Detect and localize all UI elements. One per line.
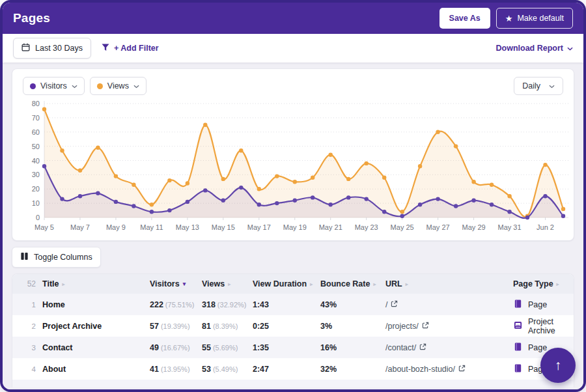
views-point [132, 183, 135, 187]
legend-visitors-button[interactable]: Visitors [23, 77, 85, 95]
views-point [365, 161, 369, 165]
download-report-button[interactable]: Download Report [496, 44, 573, 53]
visitors-point [96, 191, 100, 195]
url-text: / [385, 300, 387, 309]
views-dot-icon [97, 83, 103, 89]
x-axis-label: May 13 [176, 223, 199, 231]
x-axis-label: May 11 [140, 223, 163, 231]
views-point [239, 148, 243, 152]
visitors-point [561, 214, 565, 218]
add-filter-button[interactable]: + Add Filter [102, 44, 159, 53]
views-point [311, 176, 314, 180]
visitors-point [239, 186, 243, 189]
visitors-point [311, 195, 314, 199]
url-cell[interactable]: / [385, 300, 513, 309]
views-point [471, 180, 475, 184]
table-toolbar: Toggle Columns [12, 247, 574, 268]
external-link-icon[interactable] [419, 343, 426, 352]
view-duration-cell: 2:47 [253, 365, 320, 374]
toggle-columns-button[interactable]: Toggle Columns [12, 247, 101, 268]
interval-select[interactable]: Daily [514, 77, 563, 95]
url-cell[interactable]: /contact/ [385, 343, 513, 352]
visitors-point [365, 197, 369, 201]
x-axis-label: May 23 [355, 223, 378, 231]
main-content: Visitors Views Daily 01020304050607080Ma… [3, 63, 583, 389]
download-report-label: Download Report [496, 44, 563, 53]
url-cell[interactable]: /about-bozh-studio/ [385, 365, 513, 374]
page-header: Pages Save As ★ Make default [3, 3, 583, 34]
app-window: Pages Save As ★ Make default Last 30 Day… [0, 0, 586, 392]
add-filter-label: + Add Filter [114, 44, 159, 53]
views-point [257, 187, 261, 191]
visitors-cell: 49(16.67%) [150, 343, 202, 352]
views-point [60, 148, 64, 152]
make-default-button[interactable]: ★ Make default [496, 8, 573, 29]
url-text: /contact/ [385, 343, 416, 352]
views-cell: 55(5.69%) [202, 343, 253, 352]
views-point [346, 177, 350, 181]
sort-desc-icon: ▾ [183, 281, 186, 287]
star-icon: ★ [505, 14, 513, 23]
chevron-down-icon [567, 44, 573, 53]
chevron-down-icon [133, 81, 139, 91]
toggle-columns-label: Toggle Columns [34, 253, 92, 262]
column-header-url[interactable]: URL▸ [385, 279, 513, 288]
url-text: /projects/ [385, 322, 419, 331]
views-point [275, 174, 279, 178]
column-header-title[interactable]: Title▸ [36, 279, 150, 288]
page-title-cell: Project Archive [36, 322, 150, 331]
column-header-visitors[interactable]: Visitors▾ [150, 279, 202, 288]
y-axis-label: 60 [32, 128, 40, 136]
visitors-views-line-chart: 01020304050607080May 5May 7May 9May 11Ma… [23, 98, 570, 236]
external-link-icon[interactable] [391, 300, 398, 309]
bounce-rate-cell: 43% [320, 300, 385, 309]
visitors-point [203, 188, 207, 192]
external-link-icon[interactable] [422, 322, 429, 331]
x-axis-label: May 21 [319, 223, 342, 231]
column-header-views[interactable]: Views▸ [202, 279, 253, 288]
views-point [42, 107, 46, 111]
chevron-down-icon [549, 81, 555, 91]
visitors-point [78, 194, 82, 198]
url-cell[interactable]: /projects/ [385, 322, 513, 331]
visitors-dot-icon [30, 83, 36, 89]
save-as-button[interactable]: Save As [440, 8, 490, 29]
visitors-cell: 41(13.95%) [150, 365, 202, 374]
y-axis-label: 50 [32, 143, 40, 150]
page-title-cell: About [36, 365, 150, 374]
x-axis-label: May 29 [462, 223, 486, 231]
y-axis-label: 20 [32, 185, 40, 193]
image-icon [513, 320, 523, 332]
url-text: /about-bozh-studio/ [385, 365, 455, 374]
visitors-point [257, 203, 261, 206]
column-header-page-type[interactable]: Page Type▸ [513, 279, 574, 288]
header-actions: Save As ★ Make default [440, 8, 573, 29]
table-row: 2Project Archive57(19.39%)81(8.39%)0:253… [12, 315, 574, 337]
visitors-point [114, 200, 118, 204]
scroll-top-button[interactable]: ↑ [540, 348, 576, 383]
visitors-point [525, 216, 529, 219]
page-type-label: Page [528, 300, 547, 309]
views-point [186, 181, 189, 185]
column-header-view-duration[interactable]: View Duration▸ [253, 279, 320, 288]
calendar-icon [21, 43, 30, 53]
bounce-rate-cell: 32% [320, 365, 385, 374]
views-point [114, 174, 118, 178]
page-type-label: Project Archive [528, 317, 574, 335]
page-title: Pages [13, 11, 50, 25]
visitors-point [400, 214, 404, 218]
row-number: 2 [19, 322, 36, 330]
external-link-icon[interactable] [458, 365, 466, 374]
sort-icon: ▸ [373, 281, 376, 287]
legend-views-button[interactable]: Views [90, 77, 146, 95]
x-axis-label: May 19 [283, 223, 307, 231]
visitors-cell: 222(75.51%) [150, 300, 202, 309]
date-range-button[interactable]: Last 30 Days [13, 38, 91, 59]
views-point [382, 176, 386, 180]
views-point [490, 183, 494, 187]
y-axis-label: 70 [32, 114, 40, 122]
column-header-bounce-rate[interactable]: Bounce Rate▸ [320, 279, 385, 288]
views-point [561, 207, 565, 211]
views-point [221, 177, 225, 181]
sort-icon: ▸ [310, 281, 313, 287]
